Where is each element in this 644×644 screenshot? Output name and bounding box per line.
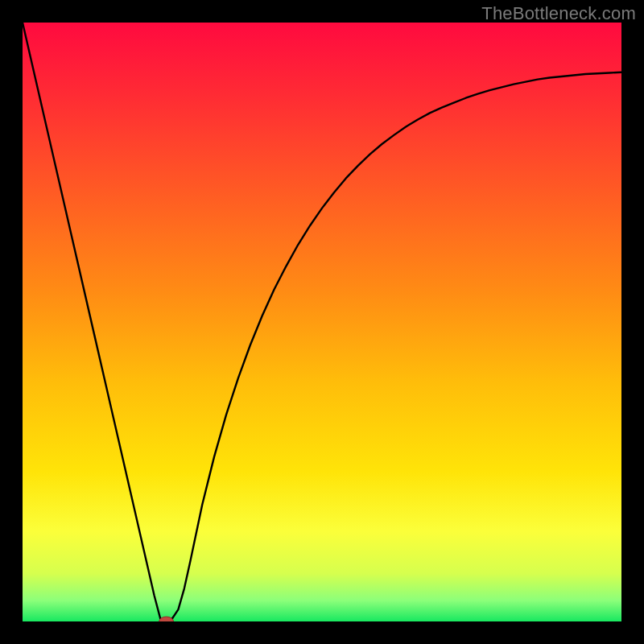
bottleneck-chart bbox=[23, 23, 621, 621]
chart-background-gradient bbox=[23, 23, 621, 621]
chart-frame: TheBottleneck.com bbox=[0, 0, 644, 644]
watermark-text: TheBottleneck.com bbox=[481, 3, 636, 24]
